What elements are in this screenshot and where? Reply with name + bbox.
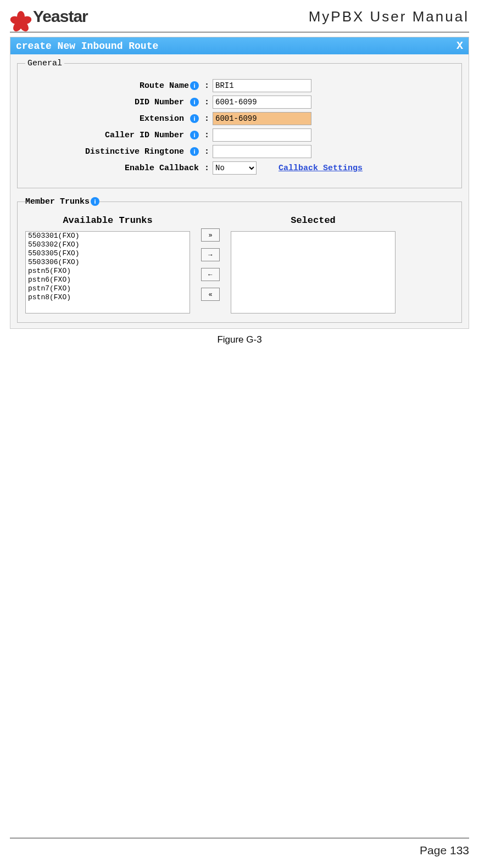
member-trunks-fieldset: Member Trunksi Available Trunks 5503301(… (17, 197, 462, 323)
row-caller-id: Caller ID Number i : (25, 128, 454, 142)
label-enable-callback: Enable Callback (125, 164, 199, 173)
select-enable-callback[interactable]: No (213, 161, 257, 175)
selected-trunks-title: Selected (231, 215, 396, 226)
list-item[interactable]: 5503305(FXO) (26, 249, 190, 258)
general-legend: General (25, 59, 64, 68)
list-item[interactable]: 5503301(FXO) (26, 232, 190, 240)
flower-icon (10, 5, 32, 27)
row-enable-callback: Enable Callback : No Callback Settings (25, 161, 454, 175)
list-item[interactable]: pstn8(FXO) (26, 293, 190, 302)
page-footer: Page 133 (10, 838, 469, 857)
available-trunks-list[interactable]: 5503301(FXO)5503302(FXO)5503305(FXO)5503… (25, 231, 190, 313)
modal-titlebar: create New Inbound Route X (10, 37, 469, 54)
label-ringtone: Distinctive Ringtone (85, 147, 184, 156)
row-ringtone: Distinctive Ringtone i : (25, 145, 454, 158)
list-item[interactable]: pstn5(FXO) (26, 267, 190, 276)
brand-logo: Yeastar (10, 5, 88, 27)
document-title: MyPBX User Manual (309, 8, 469, 25)
modal-title-text: create New Inbound Route (16, 41, 158, 52)
move-buttons: » → ← « (201, 228, 220, 301)
modal-body: General Route Namei : DID Number i : Ext… (10, 54, 469, 328)
figure-caption: Figure G-3 (0, 334, 479, 345)
figure-screenshot: create New Inbound Route X General Route… (10, 37, 469, 329)
list-item[interactable]: 5503306(FXO) (26, 258, 190, 267)
selected-column: Selected (231, 215, 396, 313)
input-route-name[interactable] (213, 79, 311, 92)
page-number: Page 133 (10, 844, 469, 857)
move-all-right-button[interactable]: » (201, 228, 220, 242)
info-icon[interactable]: i (91, 197, 99, 206)
label-route-name: Route Name (140, 81, 189, 91)
info-icon[interactable]: i (190, 147, 199, 156)
move-right-button[interactable]: → (201, 248, 220, 261)
move-left-button[interactable]: ← (201, 268, 220, 281)
row-route-name: Route Namei : (25, 79, 454, 92)
input-caller-id[interactable] (213, 128, 311, 142)
brand-name: Yeastar (33, 7, 88, 26)
available-column: Available Trunks 5503301(FXO)5503302(FXO… (25, 215, 190, 313)
input-extension[interactable] (213, 112, 311, 125)
list-item[interactable]: pstn6(FXO) (26, 276, 190, 284)
move-all-left-button[interactable]: « (201, 288, 220, 301)
input-did-number[interactable] (213, 96, 311, 109)
label-extension: Extension (140, 114, 184, 124)
member-trunks-legend: Member Trunksi (25, 197, 99, 206)
list-item[interactable]: 5503302(FXO) (26, 240, 190, 249)
label-caller-id: Caller ID Number (105, 131, 184, 140)
footer-divider (10, 838, 469, 838)
header-divider (10, 32, 469, 32)
page-header: Yeastar MyPBX User Manual (0, 0, 479, 32)
callback-settings-link[interactable]: Callback Settings (279, 164, 363, 173)
input-ringtone[interactable] (213, 145, 311, 158)
info-icon[interactable]: i (190, 114, 199, 123)
general-fieldset: General Route Namei : DID Number i : Ext… (17, 59, 462, 188)
label-did-number: DID Number (135, 98, 184, 107)
available-trunks-title: Available Trunks (25, 215, 190, 226)
row-did-number: DID Number i : (25, 96, 454, 109)
selected-trunks-list[interactable] (231, 231, 396, 313)
close-icon[interactable]: X (456, 40, 463, 52)
info-icon[interactable]: i (190, 131, 199, 139)
list-item[interactable]: pstn7(FXO) (26, 284, 190, 293)
row-extension: Extension i : (25, 112, 454, 125)
info-icon[interactable]: i (190, 81, 199, 90)
info-icon[interactable]: i (190, 98, 199, 107)
